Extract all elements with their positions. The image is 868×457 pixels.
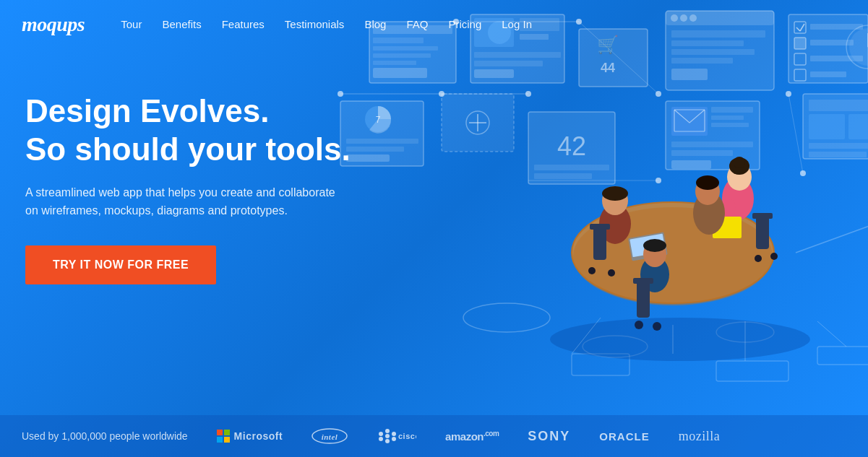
svg-point-112: [696, 175, 719, 190]
svg-rect-118: [752, 213, 773, 219]
svg-point-145: [385, 439, 390, 443]
svg-rect-42: [848, 114, 868, 139]
svg-rect-53: [711, 116, 744, 120]
nav-faq[interactable]: FAQ: [406, 18, 428, 30]
mozilla-logo: mozilla: [679, 429, 720, 444]
brand-logos: Microsoft intel: [217, 428, 721, 444]
svg-text:cisco: cisco: [398, 432, 416, 440]
svg-rect-91: [716, 361, 788, 381]
bottom-bar: Used by 1,000,000 people worldwide Micro…: [0, 415, 868, 457]
nav-blog[interactable]: Blog: [364, 18, 386, 30]
try-free-button[interactable]: TRY IT NOW FOR FREE: [25, 245, 216, 284]
svg-point-143: [385, 429, 390, 433]
svg-line-129: [817, 321, 846, 347]
svg-point-120: [608, 269, 615, 277]
svg-line-137: [796, 224, 868, 253]
svg-point-144: [385, 434, 390, 438]
svg-rect-116: [633, 278, 653, 284]
svg-rect-71: [534, 173, 592, 179]
svg-text:intel: intel: [322, 432, 338, 441]
svg-rect-26: [671, 58, 733, 64]
svg-rect-57: [671, 160, 711, 169]
svg-rect-14: [474, 69, 514, 78]
svg-point-87: [463, 303, 550, 332]
svg-point-109: [643, 239, 666, 252]
svg-point-98: [602, 186, 628, 201]
svg-point-125: [550, 318, 810, 361]
svg-rect-70: [534, 165, 609, 170]
svg-rect-12: [474, 52, 561, 58]
oracle-logo: ORACLE: [599, 430, 649, 443]
svg-rect-54: [711, 123, 749, 127]
logo[interactable]: moqups: [22, 13, 85, 36]
hero-title: Design Evolves. So should your tools.: [25, 92, 351, 169]
svg-text:42: 42: [557, 131, 586, 161]
navbar: moqups Tour Benefits Features Testimonia…: [0, 0, 868, 49]
svg-text:44: 44: [601, 61, 615, 75]
cisco-logo: cisco: [377, 428, 416, 444]
nav-testimonials[interactable]: Testimonials: [285, 18, 345, 30]
hero-content: Design Evolves. So should your tools. A …: [0, 49, 376, 284]
svg-rect-38: [810, 71, 846, 77]
nav-features[interactable]: Features: [222, 18, 265, 30]
svg-rect-41: [809, 114, 845, 139]
svg-point-123: [755, 255, 762, 262]
svg-rect-92: [817, 347, 868, 365]
microsoft-icon: [217, 430, 230, 443]
svg-rect-5: [373, 61, 416, 65]
amazon-logo: amazon.com: [445, 430, 499, 443]
hero-section: 🛒 44: [0, 0, 868, 457]
svg-point-147: [392, 437, 396, 441]
svg-rect-40: [809, 100, 868, 111]
svg-rect-55: [671, 142, 753, 147]
svg-rect-43: [809, 143, 868, 149]
nav-pricing[interactable]: Pricing: [448, 18, 481, 30]
svg-rect-4: [373, 53, 431, 58]
nav-tour[interactable]: Tour: [121, 18, 142, 30]
nav-links: Tour Benefits Features Testimonials Blog…: [121, 18, 532, 31]
background-illustration: 🛒 44: [326, 0, 868, 419]
svg-point-119: [588, 267, 596, 274]
svg-rect-56: [671, 150, 733, 156]
svg-text:7: 7: [376, 115, 381, 125]
svg-rect-13: [474, 61, 543, 66]
svg-point-104: [734, 157, 745, 168]
svg-rect-6: [373, 68, 427, 78]
svg-rect-52: [711, 107, 753, 113]
svg-rect-115: [637, 278, 650, 318]
nav-login[interactable]: Log In: [502, 18, 532, 30]
svg-point-141: [379, 432, 383, 436]
intel-logo: intel: [311, 428, 348, 444]
svg-point-142: [379, 437, 383, 441]
svg-rect-27: [671, 69, 708, 80]
svg-point-124: [770, 253, 778, 260]
svg-line-86: [788, 94, 803, 173]
svg-rect-114: [590, 224, 610, 230]
microsoft-logo: Microsoft: [217, 430, 283, 443]
used-by-text: Used by 1,000,000 people worldwide: [22, 430, 188, 442]
nav-benefits[interactable]: Benefits: [162, 18, 201, 30]
sony-logo: SONY: [528, 429, 570, 444]
hero-subtitle: A streamlined web app that helps you cre…: [25, 183, 336, 220]
svg-point-146: [392, 432, 396, 436]
svg-rect-25: [671, 49, 755, 55]
svg-rect-44: [809, 152, 867, 157]
